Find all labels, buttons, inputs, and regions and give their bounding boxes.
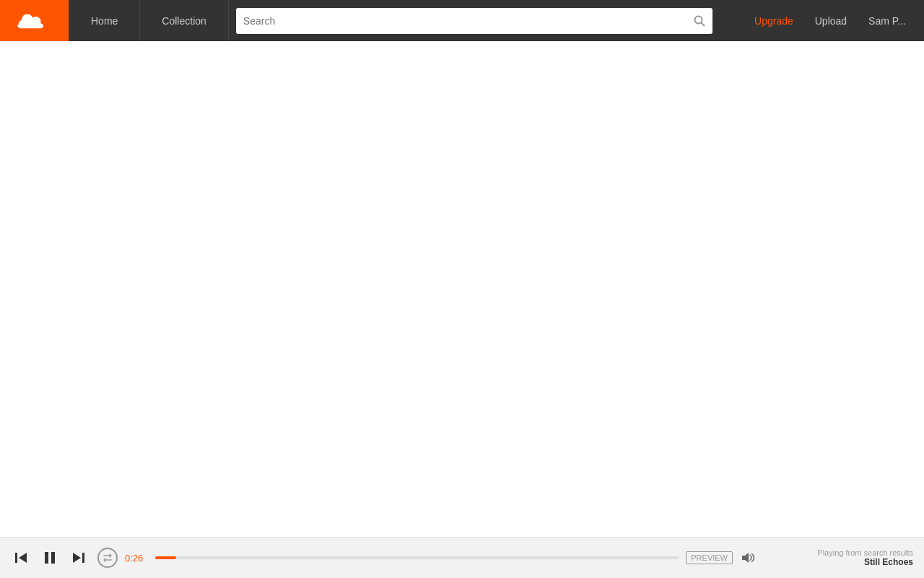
user-label: Sam P...	[868, 15, 906, 27]
skip-back-button[interactable]	[11, 548, 31, 568]
nav-home[interactable]: Home	[69, 0, 140, 41]
search-form	[236, 8, 712, 34]
skip-back-icon	[14, 551, 28, 565]
nav-collection[interactable]: Collection	[140, 0, 228, 41]
svg-point-0	[694, 16, 702, 23]
skip-forward-icon	[71, 551, 86, 565]
upload-button[interactable]: Upload	[804, 15, 858, 27]
progress-container[interactable]	[155, 556, 679, 559]
upload-label: Upload	[815, 15, 847, 27]
svg-marker-8	[742, 553, 749, 563]
svg-line-1	[701, 22, 705, 26]
nav-right: Upgrade Upload Sam P...	[744, 15, 924, 27]
svg-marker-7	[73, 553, 81, 563]
progress-fill	[155, 556, 176, 559]
svg-rect-6	[82, 553, 84, 563]
track-title: Still Echoes	[864, 557, 913, 567]
svg-rect-2	[15, 553, 17, 563]
now-playing: Playing from search results Still Echoes	[769, 548, 913, 567]
volume-icon	[740, 551, 754, 565]
svg-marker-3	[19, 553, 27, 563]
playing-from-label: Playing from search results	[817, 548, 913, 557]
upgrade-button[interactable]: Upgrade	[744, 15, 804, 27]
player-controls	[11, 548, 118, 568]
pause-icon	[42, 550, 58, 566]
search-button[interactable]	[694, 15, 705, 27]
logo-button[interactable]	[0, 0, 69, 41]
main-content	[0, 41, 924, 537]
repeat-button[interactable]	[97, 548, 118, 568]
volume-button[interactable]	[740, 551, 754, 565]
search-container	[229, 8, 744, 34]
progress-bar[interactable]	[155, 556, 679, 559]
upgrade-label: Upgrade	[754, 15, 793, 27]
search-icon	[694, 15, 705, 27]
soundcloud-logo-icon	[17, 10, 52, 32]
header: Home Collection Upgrade Upload Sam P...	[0, 0, 924, 41]
svg-rect-4	[45, 552, 48, 564]
search-input[interactable]	[243, 15, 694, 27]
nav-collection-label: Collection	[162, 15, 206, 27]
nav-home-label: Home	[91, 15, 118, 27]
preview-badge: PREVIEW	[686, 551, 733, 564]
svg-rect-5	[51, 552, 55, 564]
pause-button[interactable]	[40, 548, 60, 568]
player-bar: 0:26 PREVIEW Playing from search results…	[0, 537, 924, 578]
repeat-icon	[103, 553, 113, 563]
skip-forward-button[interactable]	[69, 548, 89, 568]
current-time: 0:26	[125, 553, 148, 564]
user-menu-button[interactable]: Sam P...	[858, 15, 917, 27]
